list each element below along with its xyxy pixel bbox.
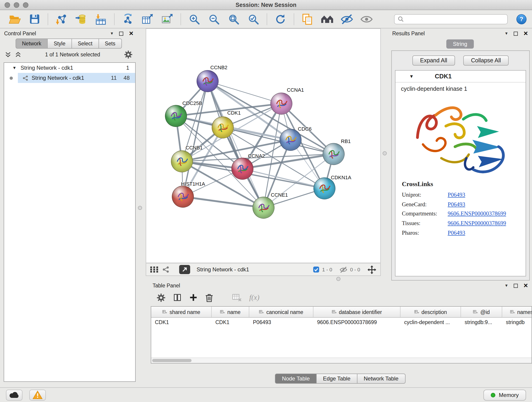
network-canvas[interactable]: CCNB2CCNA1CDC25BCDK1CDC6RB1CCNB1CCNA2CDK… [146,28,381,263]
add-column-icon[interactable] [189,293,197,302]
tab-style[interactable]: Style [47,38,72,49]
cloud-status-button[interactable] [6,389,22,400]
table-cell: P06493 [249,318,313,328]
collapse-all-button[interactable]: Collapse All [463,56,509,65]
open-in-new-window-button[interactable] [179,265,190,274]
expand-all-icon[interactable] [15,51,21,58]
tab-network[interactable]: Network [16,38,48,49]
export-table-button[interactable] [138,11,157,27]
show-columns-icon[interactable] [173,293,181,302]
table-cell: cyclin-dependent ... [400,318,461,328]
network-node-rb1[interactable] [323,143,345,165]
import-table-button[interactable] [92,11,110,27]
network-node-ccnb2[interactable] [196,70,219,92]
bottom-splitter-grip[interactable] [336,277,341,281]
search-box[interactable] [394,14,508,24]
duplicate-button[interactable] [298,11,317,27]
zoom-fit-button[interactable] [225,11,243,27]
table-hscrollbar[interactable] [151,357,532,363]
cloud-icon [9,391,19,398]
network-node-ccna1[interactable] [270,93,292,115]
panel-close-icon[interactable]: × [524,30,528,37]
panel-float-icon[interactable] [513,283,518,288]
column-header-description[interactable]: description [400,307,461,317]
crosslink-link[interactable]: P06493 [448,200,465,209]
help-button[interactable]: ? [516,14,526,24]
zoom-out-button[interactable] [205,11,223,27]
panel-close-icon[interactable]: × [524,282,528,289]
crosslink-link[interactable]: 9606.ENSP00000378699 [448,219,506,228]
hidden-eye-slash-icon[interactable] [340,266,347,273]
warnings-button[interactable] [29,389,46,400]
panel-collapse-icon[interactable]: ▾ [505,31,507,36]
window-zoom-button[interactable] [23,2,28,8]
trash-icon[interactable] [205,293,213,302]
zoom-selected-button[interactable] [244,11,263,27]
selected-checkbox-icon[interactable] [313,266,319,273]
collapse-all-icon[interactable] [5,51,11,58]
tab-sets[interactable]: Sets [98,38,122,49]
network-node-cdk1[interactable] [212,116,234,138]
crosslink-link[interactable]: P06493 [448,190,465,200]
table-body: CDK1CDK1P064939606.ENSP00000378699cyclin… [151,318,532,328]
open-session-button[interactable] [6,11,24,27]
collection-label: String Network - cdk1 [21,65,73,71]
hscroll-thumb[interactable] [152,359,191,362]
network-node-cdc6[interactable] [279,129,302,151]
save-session-button[interactable] [25,11,44,27]
column-header-database-identifier[interactable]: database identifier [313,307,400,317]
network-node-cdc25b[interactable] [165,105,187,127]
tab-string[interactable]: String [446,39,474,49]
tab-node-table[interactable]: Node Table [275,374,317,384]
import-database-button[interactable] [72,11,90,27]
node-label-ccnb1: CCNB1 [186,145,203,150]
column-header-name[interactable]: name [212,307,249,317]
column-header-namespace[interactable]: namespace [502,307,532,317]
crosslink-link[interactable]: 9606.ENSP00000378699 [448,209,506,219]
export-image-button[interactable] [158,11,177,27]
tab-edge-table[interactable]: Edge Table [316,374,357,384]
gear-icon[interactable] [124,51,133,59]
panel-collapse-icon[interactable]: ▾ [505,283,507,288]
network-collection-row[interactable]: ▼ String Network - cdk1 1 [4,63,135,73]
left-splitter-grip[interactable] [138,206,142,210]
column-header--id[interactable]: @id [461,307,502,317]
table-row[interactable]: CDK1CDK1P064939606.ENSP00000378699cyclin… [151,318,532,328]
disclosure-triangle-icon[interactable]: ▼ [409,74,414,79]
gear-icon[interactable] [157,293,165,302]
search-input[interactable] [406,16,504,22]
panel-close-icon[interactable]: × [129,30,133,37]
expand-all-button[interactable]: Expand All [412,56,455,65]
memory-button[interactable]: Memory [483,389,526,400]
network-row-selected[interactable]: String Network - cdk1 11 48 [4,73,135,83]
panel-float-icon[interactable] [513,32,518,36]
network-node-cdkn1a[interactable] [313,177,336,199]
right-splitter-grip[interactable] [383,151,387,155]
tab-select[interactable]: Select [71,38,99,49]
window-close-button[interactable] [5,2,10,8]
tab-network-table[interactable]: Network Table [357,374,405,384]
network-node-ccnb1[interactable] [171,150,193,172]
disclosure-triangle-icon[interactable]: ▼ [12,65,17,70]
column-header-shared-name[interactable]: shared name [151,307,212,317]
panel-float-icon[interactable] [119,32,123,36]
pan-crosshair-icon[interactable] [367,265,376,274]
refresh-view-button[interactable] [271,11,290,27]
crosslink-link[interactable]: P06493 [448,228,465,237]
share-network-icon[interactable] [162,266,170,273]
show-all-button[interactable] [357,11,376,27]
import-network-button[interactable] [52,11,70,27]
window-minimize-button[interactable] [14,2,19,8]
overview-button[interactable] [318,11,336,27]
network-node-ccne1[interactable] [253,197,274,219]
export-network-button[interactable] [119,11,137,27]
network-node-ccna2[interactable] [231,158,253,180]
network-node-hist1h1a[interactable] [172,186,194,208]
zoom-in-button[interactable] [185,11,203,27]
gene-card-header[interactable]: ▼ CDK1 [395,70,526,83]
hide-selected-button[interactable] [338,11,356,27]
panel-collapse-icon[interactable]: ▾ [111,31,113,36]
window-title: Session: New Session [235,2,296,8]
column-header-canonical-name[interactable]: canonical name [249,307,313,317]
birdseye-grid-icon[interactable] [150,266,158,273]
